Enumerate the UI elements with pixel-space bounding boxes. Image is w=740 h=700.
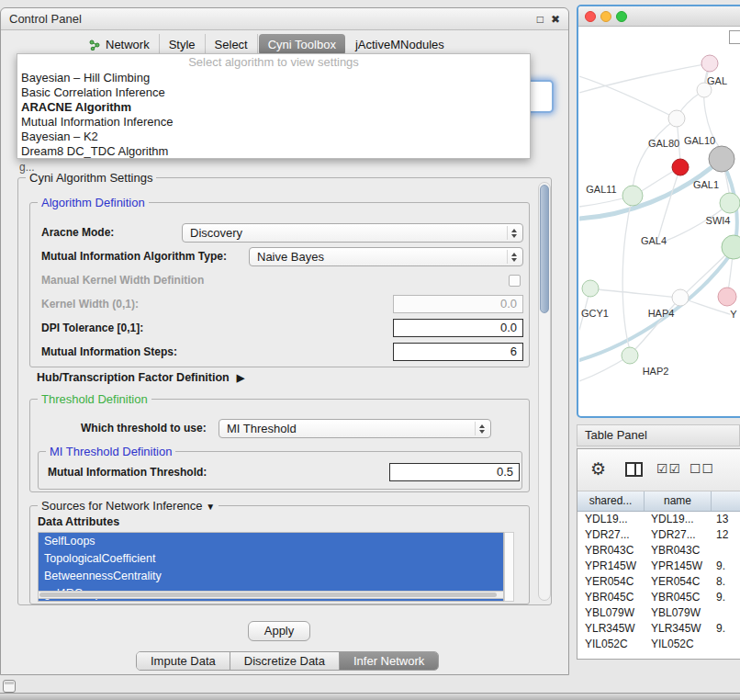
table-row[interactable]: YIL052CYIL052C: [577, 637, 740, 652]
table-row[interactable]: YBL079WYBL079W: [577, 605, 740, 621]
cyni-bottom-tab-bar: Impute Data Discretize Data Infer Networ…: [136, 651, 439, 671]
network-node[interactable]: [672, 289, 689, 306]
data-attribute-item[interactable]: TopologicalCoefficient: [39, 550, 503, 568]
table-cell: YBL079W: [577, 605, 645, 621]
gear-icon[interactable]: ⚙: [590, 458, 606, 480]
algorithm-option[interactable]: Bayesian – K2: [17, 130, 530, 144]
table-cell: YLR345W: [577, 621, 645, 637]
algorithm-option[interactable]: Bayesian – Hill Climbing: [17, 71, 530, 85]
manual-kernel-checkbox[interactable]: [509, 275, 521, 287]
column-header-name[interactable]: name: [645, 491, 712, 511]
birdseye-toggle[interactable]: [729, 30, 740, 44]
zoom-traffic-light[interactable]: [616, 11, 627, 22]
kernel-width-field[interactable]: 0.0: [393, 295, 523, 313]
select-all-checks-icon[interactable]: ☑☑: [656, 461, 681, 476]
mi-steps-field[interactable]: 6: [393, 343, 523, 361]
table-row[interactable]: YDR27...YDR27...12: [577, 527, 740, 543]
network-node[interactable]: [668, 110, 685, 127]
close-traffic-light[interactable]: [585, 11, 596, 22]
float-window-icon[interactable]: □: [537, 13, 544, 26]
data-attribute-item[interactable]: SelfLoops: [39, 533, 503, 550]
network-node[interactable]: [582, 280, 599, 297]
expanded-arrow-icon: ▼: [206, 502, 215, 512]
network-node[interactable]: [622, 186, 643, 206]
network-canvas[interactable]: GALGAL80GAL10GAL11GAL1SWI4GAL4GCY1HAP4YH…: [579, 27, 740, 418]
sources-title: Sources for Network Inference: [41, 499, 203, 513]
cyni-algorithm-settings-group: Cyni Algorithm Settings Algorithm Defini…: [17, 177, 552, 605]
status-bar-strip: [0, 693, 740, 700]
table-cell: YER054C: [645, 574, 712, 590]
network-edge[interactable]: [622, 196, 633, 350]
network-edge[interactable]: [579, 76, 677, 119]
table-cell: YBR045C: [645, 590, 712, 605]
tab-cyni-toolbox[interactable]: Cyni Toolbox: [259, 34, 345, 55]
table-cell: YBR043C: [577, 543, 645, 559]
table-row[interactable]: YDL19...YDL19...13: [577, 512, 740, 527]
columns-icon[interactable]: [625, 462, 643, 477]
dpi-tolerance-field[interactable]: 0.0: [393, 319, 523, 337]
table-header: shared... name: [577, 491, 740, 512]
settings-scrollbar-thumb[interactable]: [540, 185, 549, 313]
window-title: Control Panel: [9, 12, 537, 26]
tab-jactivemnodules[interactable]: jActiveMNodules: [346, 34, 454, 55]
tab-style[interactable]: Style: [160, 34, 206, 55]
network-node[interactable]: [709, 146, 734, 172]
table-cell: [712, 637, 740, 652]
network-edge[interactable]: [634, 298, 680, 350]
aracne-mode-select[interactable]: Discovery: [182, 223, 523, 243]
tab-label: Cyni Toolbox: [268, 38, 336, 51]
mi-steps-label: Mutual Information Steps:: [41, 343, 177, 361]
network-node[interactable]: [622, 347, 638, 364]
network-edge[interactable]: [579, 63, 710, 93]
attributes-vertical-scrollbar[interactable]: [504, 532, 514, 602]
network-edge[interactable]: [633, 119, 677, 188]
table-cell: YIL052C: [577, 637, 645, 652]
minimize-traffic-light[interactable]: [600, 11, 611, 22]
network-node-label: Y: [730, 309, 737, 320]
table-row[interactable]: YBR045CYBR045C9.: [577, 590, 740, 605]
attributes-horizontal-scrollbar[interactable]: [38, 591, 504, 599]
apply-button[interactable]: Apply: [248, 621, 310, 641]
hub-factor-expander[interactable]: Hub/Transcription Factor Definition▶: [37, 371, 244, 384]
network-node[interactable]: [701, 55, 718, 72]
column-header-extra[interactable]: [712, 491, 740, 511]
dpi-tolerance-value: 0.0: [500, 321, 517, 334]
network-node[interactable]: [718, 288, 736, 306]
network-node[interactable]: [672, 159, 689, 175]
tab-discretize-data[interactable]: Discretize Data: [230, 652, 340, 670]
dpi-tolerance-label: DPI Tolerance [0,1]:: [41, 319, 143, 337]
network-edge[interactable]: [596, 289, 680, 298]
tab-network[interactable]: Network: [80, 34, 160, 55]
mi-type-select[interactable]: Naive Bayes: [249, 247, 523, 266]
tab-infer-network[interactable]: Infer Network: [340, 652, 438, 670]
mi-threshold-value: 0.5: [497, 465, 513, 479]
mi-threshold-field[interactable]: 0.5: [389, 463, 520, 481]
mi-steps-value: 6: [510, 344, 517, 358]
tab-select[interactable]: Select: [206, 34, 258, 55]
network-edge[interactable]: [579, 253, 732, 360]
table-cell: YBR045C: [577, 590, 645, 605]
sources-expander[interactable]: Sources for Network Inference ▼: [38, 499, 219, 513]
column-header-shared-name[interactable]: shared...: [577, 491, 645, 511]
data-attribute-item[interactable]: BetweennessCentrality: [39, 568, 503, 585]
scrollbar-thumb[interactable]: [39, 593, 497, 597]
network-node[interactable]: [720, 193, 740, 213]
table-row[interactable]: YLR345WYLR345W9.: [577, 621, 740, 637]
close-window-icon[interactable]: ✖: [551, 13, 560, 26]
threshold-definition-title: Threshold Definition: [38, 392, 151, 406]
algorithm-option[interactable]: ARACNE Algorithm: [17, 100, 530, 115]
table-row[interactable]: YER054CYER054C8.: [577, 574, 740, 590]
mi-type-label: Mutual Information Algorithm Type:: [41, 247, 227, 265]
algorithm-option[interactable]: Dream8 DC_TDC Algorithm: [17, 144, 530, 159]
settings-scrollbar[interactable]: [538, 182, 551, 601]
table-row[interactable]: YBR043CYBR043C: [577, 543, 740, 559]
deselect-all-checks-icon[interactable]: ☐☐: [690, 461, 714, 476]
collapsed-window-icon[interactable]: [3, 680, 16, 693]
which-threshold-select[interactable]: MI Threshold: [219, 419, 491, 438]
algorithm-option[interactable]: Mutual Information Inference: [17, 115, 530, 130]
table-rows: YDL19...YDL19...13YDR27...YDR27...12YBR0…: [577, 512, 740, 652]
table-row[interactable]: YPR145WYPR145W9.: [577, 559, 740, 574]
algorithm-option[interactable]: Basic Correlation Inference: [17, 85, 530, 100]
mi-threshold-group: MI Threshold Definition Mutual Informati…: [38, 451, 522, 490]
tab-impute-data[interactable]: Impute Data: [137, 652, 230, 670]
